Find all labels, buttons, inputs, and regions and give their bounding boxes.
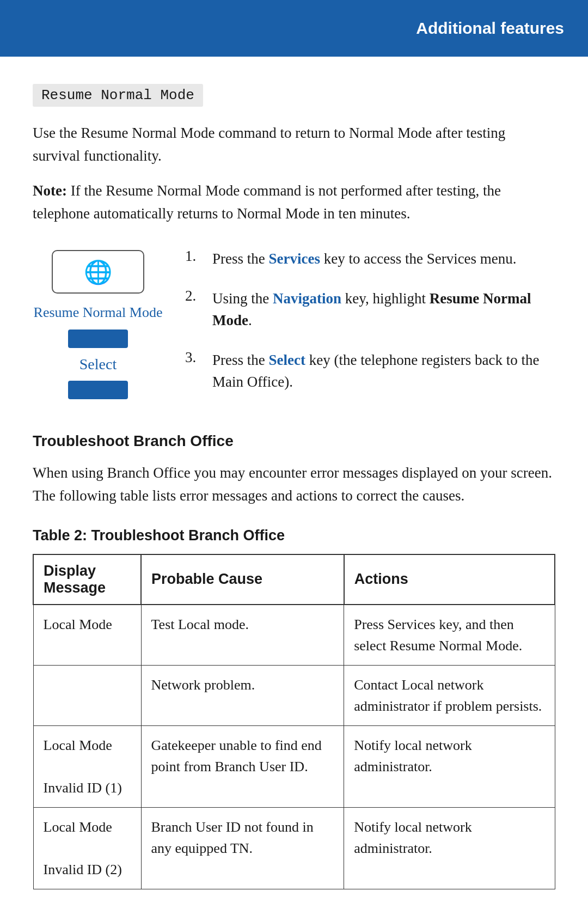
intro-paragraph: Use the Resume Normal Mode command to re… (33, 122, 555, 168)
services-keyword: Services (269, 251, 320, 267)
note-label: Note: (33, 182, 67, 199)
resume-link-text: Resume Normal Mode (34, 304, 163, 321)
step-3: 3. Press the Select key (the telephone r… (185, 349, 555, 393)
step-3-text: Press the Select key (the telephone regi… (212, 349, 555, 393)
navigation-keyword: Navigation (273, 290, 341, 307)
select-keyword: Select (269, 352, 305, 368)
page-header: Additional features (0, 0, 588, 57)
phone-icon-box: 🌐 (52, 250, 144, 294)
col-display-message: Display Message (33, 554, 141, 605)
step-1-num: 1. (185, 248, 205, 265)
cell-cause-1: Test Local mode. (141, 605, 344, 666)
select-label: Select (79, 356, 117, 373)
col-probable-cause: Probable Cause (141, 554, 344, 605)
cell-action-4: Notify local network administrator. (344, 807, 555, 889)
table-row: Network problem. Contact Local network a… (33, 665, 555, 725)
col-actions: Actions (344, 554, 555, 605)
table-header-row: Display Message Probable Cause Actions (33, 554, 555, 605)
table-row: Local ModeInvalid ID (1) Gatekeeper unab… (33, 725, 555, 807)
cell-cause-2: Network problem. (141, 665, 344, 725)
troubleshoot-table: Display Message Probable Cause Actions L… (33, 554, 555, 889)
cell-display-2 (33, 665, 141, 725)
cell-cause-4: Branch User ID not found in any equipped… (141, 807, 344, 889)
cell-display-3: Local ModeInvalid ID (1) (33, 725, 141, 807)
note-paragraph: Note: If the Resume Normal Mode command … (33, 180, 555, 225)
table-heading: Table 2: Troubleshoot Branch Office (33, 527, 555, 544)
step-1: 1. Press the Services key to access the … (185, 248, 555, 270)
cell-cause-3: Gatekeeper unable to find end point from… (141, 725, 344, 807)
cell-action-1: Press Services key, and then select Resu… (344, 605, 555, 666)
cell-display-4: Local ModeInvalid ID (2) (33, 807, 141, 889)
table-row: Local ModeInvalid ID (2) Branch User ID … (33, 807, 555, 889)
cell-action-2: Contact Local network administrator if p… (344, 665, 555, 725)
note-text: If the Resume Normal Mode command is not… (33, 182, 501, 222)
diagram-section: 🌐 Resume Normal Mode Select 1. Press the… (33, 245, 555, 411)
globe-icon: 🌐 (84, 259, 112, 285)
header-title: Additional features (416, 19, 564, 38)
code-block: Resume Normal Mode (33, 84, 203, 107)
step-2: 2. Using the Navigation key, highlight R… (185, 288, 555, 332)
cell-action-3: Notify local network administrator. (344, 725, 555, 807)
step-1-text: Press the Services key to access the Ser… (212, 248, 517, 270)
cell-display-1: Local Mode (33, 605, 141, 666)
steps-list: 1. Press the Services key to access the … (185, 245, 555, 411)
blue-button-1 (68, 330, 128, 348)
resume-keyword: Resume Normal Mode (212, 290, 531, 329)
troubleshoot-para: When using Branch Office you may encount… (33, 462, 555, 508)
step-2-text: Using the Navigation key, highlight Resu… (212, 288, 555, 332)
step-2-num: 2. (185, 288, 205, 304)
diagram-left: 🌐 Resume Normal Mode Select (33, 245, 163, 407)
troubleshoot-heading: Troubleshoot Branch Office (33, 432, 555, 450)
table-row: Local Mode Test Local mode. Press Servic… (33, 605, 555, 666)
step-3-num: 3. (185, 349, 205, 366)
blue-button-2 (68, 381, 128, 399)
main-content: Resume Normal Mode Use the Resume Normal… (0, 57, 588, 909)
